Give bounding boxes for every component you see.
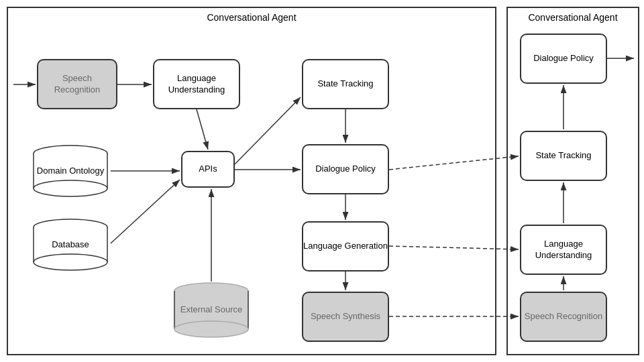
state-tracking-right: State Tracking	[520, 131, 607, 181]
apis: APIs	[181, 151, 235, 188]
speech-recognition-right: Speech Recognition	[520, 292, 607, 342]
language-understanding-right: Language Understanding	[520, 225, 607, 275]
left-container-label: Conversational Agent	[204, 12, 299, 23]
language-understanding: Language Understanding	[153, 59, 240, 109]
domain-ontology-label: Domain Ontology	[37, 166, 104, 177]
dialogue-policy-left: Dialogue Policy	[302, 144, 389, 194]
svg-point-4	[34, 180, 107, 196]
dialogue-policy-right: Dialogue Policy	[520, 34, 607, 84]
external-source-label: External Source	[180, 304, 243, 316]
speech-synthesis: Speech Synthesis	[302, 292, 389, 342]
svg-point-9	[34, 254, 107, 270]
state-tracking-left: State Tracking	[302, 59, 389, 109]
external-source: External Source	[171, 282, 252, 339]
database-label: Database	[52, 239, 89, 251]
right-container-label: Conversational Agent	[525, 12, 620, 23]
domain-ontology: Domain Ontology	[30, 144, 111, 198]
diagram: Conversational Agent Conversational Agen…	[0, 0, 644, 362]
svg-point-14	[174, 321, 248, 337]
speech-recognition-left: Speech Recognition	[37, 59, 117, 109]
database: Database	[30, 218, 111, 272]
language-generation: Language Generation	[302, 221, 389, 272]
